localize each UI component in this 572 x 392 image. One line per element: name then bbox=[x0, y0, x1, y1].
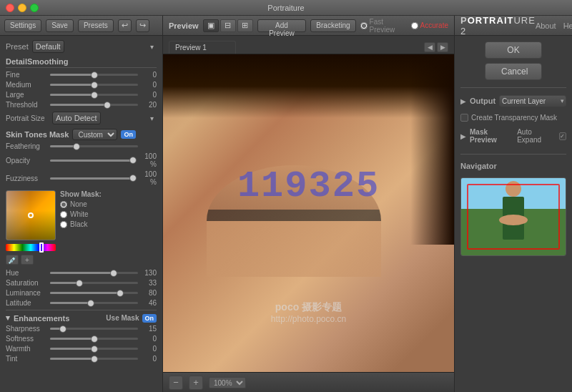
transparency-checkbox[interactable] bbox=[460, 114, 468, 122]
mask-white-radio[interactable] bbox=[60, 211, 67, 218]
latitude-slider-row: Latitude 46 bbox=[6, 299, 157, 307]
skin-tones-custom-select[interactable]: Custom bbox=[72, 129, 117, 140]
pipette-button[interactable]: 💉 bbox=[6, 255, 19, 265]
preset-label: Preset bbox=[6, 42, 29, 51]
softness-label: Softness bbox=[6, 335, 47, 343]
left-panel: Settings Save Presets ↩ ↪ Preset Default… bbox=[0, 16, 163, 392]
tint-value: 0 bbox=[141, 355, 157, 363]
luminance-slider-track[interactable] bbox=[50, 292, 138, 294]
feathering-slider-track[interactable] bbox=[50, 145, 138, 147]
use-mask-label: Use Mask bbox=[106, 314, 139, 322]
fast-preview-radio[interactable] bbox=[360, 22, 368, 29]
maximize-button[interactable] bbox=[30, 4, 39, 12]
saturation-value: 33 bbox=[141, 279, 157, 287]
preset-select[interactable]: Default bbox=[32, 40, 64, 53]
transparency-row: Create Transparency Mask bbox=[460, 114, 566, 122]
fuzziness-label: Fuzziness bbox=[6, 175, 47, 182]
add-preview-button[interactable]: Add Preview bbox=[257, 19, 307, 32]
watermark-number: 119325 bbox=[237, 165, 380, 207]
saturation-slider-row: Saturation 33 bbox=[6, 279, 157, 287]
large-slider-track[interactable] bbox=[50, 94, 138, 96]
mask-black-row: Black bbox=[60, 220, 157, 228]
portrait-title: PORTRAITURE 2 bbox=[460, 15, 536, 36]
redo-button[interactable]: ↪ bbox=[136, 19, 149, 32]
mask-preview-row: ▶ Mask Preview Auto Expand ✓ bbox=[460, 128, 566, 144]
app-title: Portraiture bbox=[267, 4, 304, 12]
threshold-value: 20 bbox=[141, 101, 157, 109]
enhancements-collapse-arrow[interactable]: ▾ bbox=[6, 313, 10, 323]
navigator-thumbnail[interactable] bbox=[460, 177, 566, 256]
next-preview-button[interactable]: ▶ bbox=[437, 42, 448, 52]
threshold-slider-track[interactable] bbox=[50, 104, 138, 106]
warmth-value: 0 bbox=[141, 345, 157, 353]
preview-image-container[interactable]: 119325 poco 摄影专题 http://photo.poco.cn bbox=[163, 54, 454, 372]
zoom-in-button[interactable]: + bbox=[189, 376, 203, 390]
hue-slider-track[interactable] bbox=[50, 272, 138, 274]
latitude-label: Latitude bbox=[6, 299, 47, 307]
portrait-size-label: Portrait Size bbox=[6, 114, 49, 122]
medium-slider-track[interactable] bbox=[50, 84, 138, 86]
large-value: 0 bbox=[141, 91, 157, 99]
preview-tab-1[interactable]: Preview 1 bbox=[169, 41, 236, 54]
watermark-site: poco 摄影专题 bbox=[271, 301, 346, 314]
show-mask-panel: Show Mask: None White Black bbox=[60, 190, 157, 265]
medium-label: Medium bbox=[6, 81, 47, 89]
color-cursor bbox=[28, 212, 34, 218]
fine-slider-row: Fine 0 bbox=[6, 71, 157, 79]
enhancements-on-badge[interactable]: On bbox=[142, 314, 157, 323]
undo-button[interactable]: ↩ bbox=[118, 19, 132, 32]
latitude-slider-track[interactable] bbox=[50, 302, 138, 304]
fuzziness-slider-track[interactable] bbox=[50, 177, 134, 180]
sharpness-slider-track[interactable] bbox=[50, 328, 138, 330]
accurate-radio[interactable] bbox=[411, 22, 418, 29]
about-button[interactable]: About bbox=[536, 21, 556, 30]
single-view-button[interactable]: ▣ bbox=[203, 19, 219, 32]
help-button[interactable]: Help bbox=[563, 21, 572, 30]
softness-value: 0 bbox=[141, 335, 157, 343]
mask-black-radio[interactable] bbox=[60, 221, 67, 228]
tint-slider-track[interactable] bbox=[50, 358, 138, 360]
settings-button[interactable]: Settings bbox=[4, 19, 41, 32]
skin-tones-on-badge[interactable]: On bbox=[121, 130, 136, 139]
portrait-size-select[interactable]: Auto Detect bbox=[52, 112, 101, 124]
fast-preview-item: Fast Preview bbox=[360, 18, 405, 34]
hue-bar[interactable] bbox=[6, 244, 56, 251]
bracketing-button[interactable]: Bracketing bbox=[310, 19, 355, 32]
mask-preview-arrow[interactable]: ▶ bbox=[460, 132, 466, 140]
cancel-button[interactable]: Cancel bbox=[485, 63, 542, 80]
preview-navigation: ◀ ▶ bbox=[424, 42, 448, 54]
medium-value: 0 bbox=[141, 81, 157, 89]
save-button[interactable]: Save bbox=[46, 19, 74, 32]
split-view-button[interactable]: ⊟ bbox=[220, 19, 236, 32]
zoom-display: 100% 50% 200% Fit bbox=[209, 377, 246, 388]
zoom-select[interactable]: 100% 50% 200% Fit bbox=[209, 377, 246, 388]
preview-mode-group: Fast Preview Accurate bbox=[360, 18, 448, 34]
output-select[interactable]: Current Layer New Layer bbox=[499, 95, 566, 107]
large-label: Large bbox=[6, 91, 47, 99]
ok-button[interactable]: OK bbox=[485, 41, 542, 59]
preview-tab-bar: Preview 1 ◀ ▶ bbox=[163, 36, 454, 54]
auto-expand-checkbox[interactable]: ✓ bbox=[559, 132, 566, 140]
sharpness-value: 15 bbox=[141, 325, 157, 333]
close-button[interactable] bbox=[6, 4, 14, 12]
minimize-button[interactable] bbox=[18, 4, 26, 12]
warmth-slider-track[interactable] bbox=[50, 348, 138, 350]
softness-slider-track[interactable] bbox=[50, 338, 138, 340]
color-gradient-box[interactable] bbox=[6, 190, 56, 240]
medium-slider-row: Medium 0 bbox=[6, 81, 157, 89]
opacity-slider-track[interactable] bbox=[50, 160, 134, 162]
output-collapse-arrow[interactable]: ▶ bbox=[460, 97, 466, 105]
prev-preview-button[interactable]: ◀ bbox=[424, 42, 435, 52]
zoom-out-button[interactable]: − bbox=[169, 376, 183, 390]
pipette-plus-button[interactable]: + bbox=[21, 255, 34, 265]
presets-button[interactable]: Presets bbox=[78, 19, 114, 32]
right-panel: PORTRAITURE 2 About Help OK Cancel ▶ Out… bbox=[454, 16, 572, 392]
fine-slider-track[interactable] bbox=[50, 74, 138, 76]
tint-label: Tint bbox=[6, 355, 47, 363]
preview-toolbar: Preview ▣ ⊟ ⊞ Add Preview Bracketing Fas… bbox=[163, 16, 454, 36]
saturation-slider-track[interactable] bbox=[50, 282, 138, 284]
opacity-value: 100 % bbox=[137, 152, 157, 168]
mask-none-radio[interactable] bbox=[60, 201, 67, 208]
grid-view-button[interactable]: ⊞ bbox=[237, 19, 253, 32]
hue-slider-row: Hue 130 bbox=[6, 269, 157, 277]
